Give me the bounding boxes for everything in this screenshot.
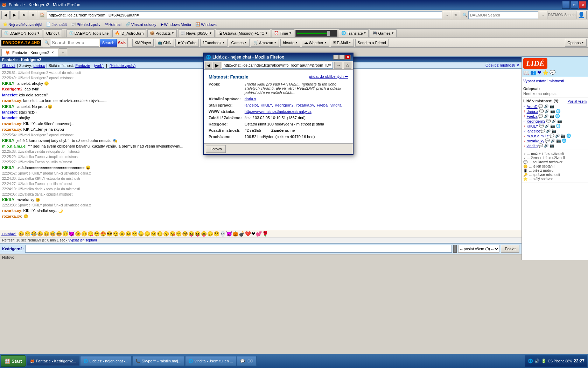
home-button[interactable]: 🏠 (38, 11, 46, 19)
cam-icon[interactable]: 📷 (557, 119, 562, 123)
back-button[interactable]: ◀ (1, 11, 10, 19)
emoji-31[interactable]: 😞 (207, 231, 213, 237)
tab-close-button[interactable]: ✕ (51, 51, 54, 54)
send-button[interactable]: Poslat (501, 245, 519, 253)
star-icon[interactable]: ⭐ (542, 70, 548, 75)
emoji-1[interactable]: 😀 (18, 231, 24, 237)
obnovit-btn[interactable]: Obnovit (44, 29, 62, 37)
minimize-button[interactable]: _ (562, 1, 570, 9)
emoji-8[interactable]: 😇 (62, 231, 68, 237)
web-icon[interactable]: 🌐 (556, 124, 561, 128)
emoji-35[interactable]: 🎃 (232, 231, 238, 237)
other-rooms-link[interactable]: Vypsat ostatní místnosti (523, 79, 587, 83)
user-viridita[interactable]: viridita (527, 144, 538, 148)
speak-icon[interactable]: 🔊 (546, 129, 551, 133)
tab-fantazie[interactable]: 🦊 Fantazie - Kedrigern2 ✕ (1, 49, 58, 56)
emoji-2[interactable]: 😁 (24, 231, 30, 237)
color-picker[interactable] (453, 245, 457, 253)
pandora-search-button[interactable]: Search (100, 39, 117, 47)
emoji-20[interactable]: 😓 (138, 231, 144, 237)
volume-slider[interactable] (295, 30, 337, 37)
options-btn[interactable]: Options ▼ (565, 39, 587, 47)
modal-minimize-button[interactable]: _ (333, 55, 339, 60)
speak-icon[interactable]: 🔊 (545, 124, 550, 128)
emoji-14[interactable]: 😍 (100, 231, 106, 237)
emoji-19[interactable]: 😒 (132, 231, 138, 237)
emoji-15[interactable]: 😎 (106, 231, 112, 237)
book-icon[interactable]: 📖 (523, 70, 529, 75)
taskbar-lide-btn[interactable]: 🌐 Lidé.cz - nejen chat -... (80, 356, 132, 366)
bookmark-jak-zacit[interactable]: 📄 Jak začít (44, 21, 68, 27)
user-kedrigern2[interactable]: Kedrigern2 (527, 119, 546, 123)
emoji-9[interactable]: 😈 (69, 231, 75, 237)
taskbar-skype-btn[interactable]: 📞 Skype™ - raistlin.maj... (132, 356, 184, 366)
emoji-24[interactable]: 😗 (163, 231, 169, 237)
speak-icon[interactable]: 🔊 (551, 138, 555, 143)
facebook-btn[interactable]: f Facebook ▼ (200, 39, 227, 47)
emoji-7[interactable]: 😆 (56, 231, 62, 237)
people-icon[interactable]: 👥 (530, 70, 536, 75)
maximize-button[interactable]: □ (570, 1, 578, 9)
emoji-25[interactable]: 😘 (169, 231, 175, 237)
speak-icon[interactable]: 🔊 (544, 143, 549, 148)
bookmark-hotmail[interactable]: ✉ Hotmail (103, 21, 123, 27)
cam-icon[interactable]: 📷 (550, 114, 554, 118)
games2-btn[interactable]: Games ▼ (229, 39, 250, 47)
cam-icon[interactable]: 📷 (550, 109, 555, 114)
time-btn[interactable]: ⏰ Time ▼ (272, 29, 294, 37)
products-btn[interactable]: 📦 Products ▼ (147, 29, 176, 37)
perm-admin-kikily[interactable]: KIKILY, (261, 103, 273, 107)
modal-close-btn[interactable]: Hotovo (206, 145, 226, 153)
user-dariax[interactable]: daria.x (527, 109, 538, 114)
cam-icon[interactable]: 📷 (561, 134, 566, 138)
chat-bubble-icon[interactable]: 💬 (550, 70, 555, 75)
translate-btn[interactable]: 🌐 Translate ▼ (339, 29, 369, 37)
chat-icon[interactable]: 💬 (550, 134, 554, 138)
chat-icon[interactable]: 💬 (545, 138, 550, 143)
emoji-38[interactable]: ❤ (251, 231, 255, 237)
emoji-5[interactable]: 😄 (43, 231, 49, 237)
chat-icon[interactable]: 💬 (538, 114, 543, 118)
chat-icon[interactable]: 💬 (540, 129, 545, 133)
emoji-23[interactable]: 😖 (157, 231, 163, 237)
send-all-btn[interactable]: Poslat všem (568, 100, 587, 103)
whisper-link[interactable]: Vypsat jen šeptání (68, 238, 97, 242)
hirsute-btn[interactable]: hirsute ▼ (280, 39, 300, 47)
emoji-21[interactable]: 😔 (144, 231, 150, 237)
emoji-17[interactable]: 😐 (119, 231, 125, 237)
zpravy-dariax-link[interactable]: daria.x (33, 63, 45, 68)
web-link[interactable]: (web) (94, 63, 104, 68)
emoji-37[interactable]: 💔 (245, 231, 251, 237)
amazon-btn[interactable]: 🛒 Amazon ▼ (251, 39, 279, 47)
cam-icon[interactable]: 📷 (550, 104, 554, 109)
reload-button[interactable]: ↻ (20, 11, 28, 19)
bookmark-vlastni-odkazy[interactable]: 🔗 Vlastní odkazy (124, 21, 158, 27)
emoji-10[interactable]: 😉 (75, 231, 81, 237)
bookmark-star[interactable]: ☆ (452, 11, 460, 19)
weather-btn[interactable]: ☁ Weather ▼ (302, 39, 329, 47)
modal-maximize-button[interactable]: □ (339, 55, 345, 60)
new-tab-button[interactable]: + (59, 48, 67, 56)
chat-icon[interactable]: 💬 (539, 124, 544, 128)
modal-bookmark-button[interactable]: ☆ (344, 62, 351, 69)
modal-forward-button[interactable]: ▶ (214, 62, 220, 69)
email-btn[interactable]: ✉ E-Mail ▼ (331, 39, 354, 47)
cnn-btn[interactable]: 📺 CNN (155, 39, 174, 47)
bookmark-nejnavstivanejsi[interactable]: ⭐ Nejnavštěvovanější (1, 21, 43, 27)
send-to-friend-btn[interactable]: Send to a Friend (355, 39, 388, 47)
emoji-34[interactable]: 👿 (226, 231, 232, 237)
emoji-3[interactable]: 😂 (31, 231, 37, 237)
perm-admin-faeba[interactable]: Faeba, (317, 103, 329, 107)
forward-button[interactable]: ▶ (10, 11, 19, 19)
emoji-12[interactable]: 😋 (88, 231, 93, 237)
speak-icon[interactable]: 🔊 (544, 104, 549, 109)
bookmark-windows-media[interactable]: ▶ Windows Media (159, 21, 193, 27)
chat-icon[interactable]: 💬 (538, 143, 543, 148)
recipient-select[interactable]: -- poslat všem (9) -- (458, 245, 499, 253)
emoji-30[interactable]: 😝 (201, 231, 207, 237)
cam-icon[interactable]: 📷 (550, 124, 555, 128)
emoji-36[interactable]: 💣 (239, 231, 245, 237)
modal-address-bar[interactable] (222, 62, 333, 69)
user-faeba[interactable]: Faeba (527, 114, 538, 118)
speak-icon[interactable]: 🔊 (552, 119, 556, 123)
